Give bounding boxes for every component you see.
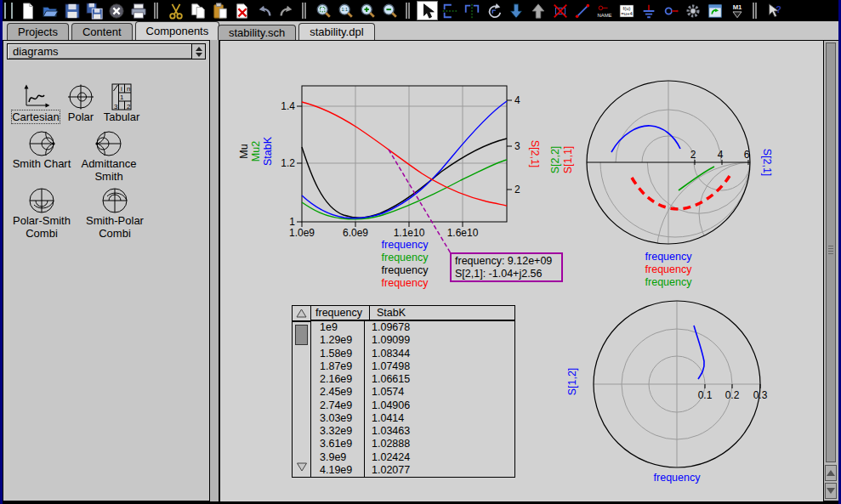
- palette-item-cartesian[interactable]: Cartesian: [6, 83, 65, 124]
- zoom-fit-button[interactable]: [313, 1, 334, 20]
- tabular-diagram[interactable]: frequency StabK 1e91.096781.29e91.090991…: [292, 305, 515, 478]
- marker-line1: frequency: 9.12e+09: [455, 255, 558, 268]
- panel-tab-projects[interactable]: Projects: [7, 23, 69, 40]
- whats-this-button[interactable]: ?: [764, 1, 785, 20]
- insert-ground-button[interactable]: [638, 1, 659, 20]
- document-tab-stability.dpl[interactable]: stability.dpl: [298, 23, 374, 40]
- undo-button[interactable]: [253, 1, 275, 20]
- scrollbar-thumb[interactable]: [826, 42, 836, 462]
- set-marker-button[interactable]: M1: [726, 1, 747, 20]
- svg-text:S[2,2]: S[2,2]: [549, 146, 561, 174]
- print-icon: [130, 3, 147, 20]
- mirror-about-x-icon: [441, 3, 458, 20]
- redo-button[interactable]: [276, 1, 297, 20]
- palette-item-admittance-smith[interactable]: Admittance Smith: [68, 130, 150, 183]
- palette-item-smith-polar[interactable]: Smith-Polar Combi: [74, 187, 156, 240]
- svg-text:0.1: 0.1: [698, 389, 713, 401]
- palette-item-tabular[interactable]: in132Tabular: [94, 83, 149, 124]
- table-scroll-thumb[interactable]: [295, 325, 308, 345]
- polar-diagram[interactable]: 0.1 0.2 0.3 S[1,2] frequency: [566, 301, 768, 484]
- simulate-button[interactable]: [682, 1, 703, 20]
- table-cell-frequency: 3.32e9: [311, 425, 365, 438]
- marker-box[interactable]: frequency: 9.12e+09 S[2,1]: -1.04+j2.56: [450, 252, 563, 282]
- print-button[interactable]: [128, 1, 149, 20]
- admittance-smith-diagram-icon: [68, 130, 150, 157]
- svg-text:1.1e10: 1.1e10: [394, 227, 425, 239]
- insert-wire-button[interactable]: [571, 1, 593, 20]
- cartesian-y-left-tick-labels: 1 1.2 1.4: [281, 100, 295, 228]
- insert-equation-button[interactable]: f(u)=u+4: [616, 1, 637, 20]
- scroll-down-button[interactable]: [825, 483, 837, 499]
- palette-item-label: Smith-Polar Combi: [74, 215, 156, 240]
- cartesian-y-right-tick-labels: 2 3 4: [514, 94, 520, 195]
- table-scrollbar: [293, 306, 311, 477]
- table-scroll-down-icon[interactable]: [296, 462, 307, 474]
- mirror-about-y-button[interactable]: [461, 1, 482, 20]
- select-button[interactable]: [417, 1, 438, 20]
- open-file-icon: [42, 3, 59, 20]
- insert-wire-label-button[interactable]: NAME: [594, 1, 615, 20]
- polar-smith-diagram-icon: [1, 187, 82, 214]
- table-scroll-up-icon[interactable]: [293, 306, 310, 322]
- pop-out-of-subcircuit-icon: [530, 3, 547, 20]
- svg-text:6: 6: [744, 149, 750, 161]
- save-all-button[interactable]: [83, 1, 105, 20]
- new-file-button[interactable]: [17, 1, 38, 20]
- table-row: 3.61e91.02888: [311, 438, 514, 450]
- close-file-button[interactable]: [105, 1, 127, 20]
- table-cell-stabk: 1.06615: [365, 373, 514, 386]
- table-cell-frequency: 1.29e9: [311, 334, 365, 347]
- push-into-subcircuit-button[interactable]: [505, 1, 526, 20]
- scroll-up-icon: [827, 470, 835, 476]
- document-tab-stability.sch[interactable]: stability.sch: [218, 25, 296, 40]
- panel-tab-content[interactable]: Content: [71, 23, 133, 40]
- combi-diagram[interactable]: 2 4 6 S[2,2] S[1,1] S[2,1] frequency fre…: [549, 81, 824, 349]
- diagram-palette: CartesianPolarin132TabularSmith ChartAdm…: [3, 61, 209, 501]
- scroll-down-icon: [827, 488, 835, 494]
- save-all-icon: [86, 3, 103, 20]
- paste-button[interactable]: [209, 1, 230, 20]
- panel-splitter[interactable]: [209, 40, 219, 501]
- vertical-scrollbar[interactable]: [823, 40, 838, 501]
- svg-text:n: n: [127, 85, 130, 93]
- zoom-out-button[interactable]: [379, 1, 401, 20]
- svg-text:2: 2: [127, 103, 131, 110]
- document-canvas[interactable]: 1 1.2 1.4 2 3 4 1.0e9 6.0e9 1.1e10 1.6e1…: [219, 40, 823, 501]
- view-data-display-button[interactable]: [704, 1, 725, 20]
- panel-tab-components[interactable]: Components: [135, 21, 220, 40]
- table-cell-stabk: 1.09678: [365, 321, 514, 334]
- delete-button[interactable]: [231, 1, 253, 20]
- copy-button[interactable]: [187, 1, 208, 20]
- svg-text:1.6e10: 1.6e10: [447, 227, 479, 239]
- table-row: 1.87e91.07498: [311, 360, 514, 373]
- zoom-in-button[interactable]: [357, 1, 378, 20]
- whats-this-icon: ?: [766, 3, 783, 20]
- table-cell-stabk: 1.07498: [365, 360, 514, 373]
- curve-mu: [302, 139, 507, 218]
- scrollbar-grip-icon: [828, 246, 833, 255]
- delete-icon: [234, 3, 251, 20]
- open-file-button[interactable]: [39, 1, 60, 20]
- table-row: 3.32e91.03463: [311, 425, 514, 438]
- svg-text:S[2,1]: S[2,1]: [529, 140, 541, 168]
- components-panel: diagrams CartesianPolarin132TabularSmith…: [3, 40, 209, 501]
- palette-item-polar-smith[interactable]: Polar-Smith Combi: [1, 187, 82, 240]
- cartesian-curves: [302, 101, 507, 219]
- mirror-about-x-button[interactable]: [439, 1, 460, 20]
- table-cell-frequency: 2.74e9: [311, 399, 365, 412]
- save-file-button[interactable]: [61, 1, 82, 20]
- zoom-in-icon: [360, 3, 377, 20]
- toolbar-handle[interactable]: [4, 3, 13, 19]
- deactivate-button[interactable]: [549, 1, 571, 20]
- combo-spin-icon[interactable]: [191, 44, 205, 59]
- svg-text:4: 4: [718, 149, 724, 161]
- pop-out-of-subcircuit-button[interactable]: [527, 1, 548, 20]
- scroll-up-button[interactable]: [825, 465, 837, 481]
- insert-port-button[interactable]: [660, 1, 681, 20]
- cut-button[interactable]: [165, 1, 186, 20]
- rotate-button[interactable]: [483, 1, 504, 20]
- component-category-select[interactable]: diagrams: [7, 43, 206, 59]
- palette-item-label: Tabular: [94, 111, 149, 124]
- combi-tick-labels: 2 4 6: [690, 149, 750, 161]
- zoom-one-to-one-button[interactable]: 1:1: [335, 1, 356, 20]
